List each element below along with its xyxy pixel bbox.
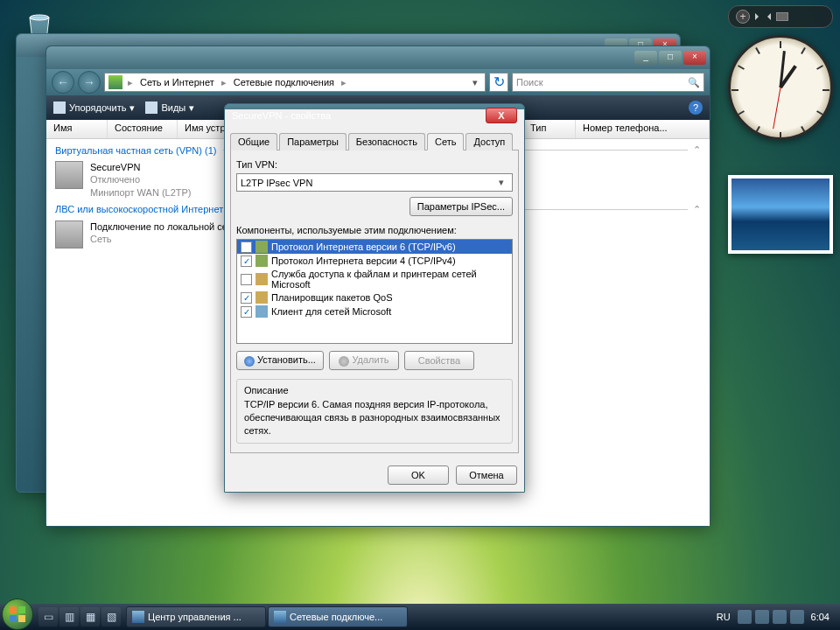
svg-point-0 [30, 15, 49, 20]
list-item-ipv6[interactable]: Протокол Интернета версии 6 (TCP/IPv6) [237, 240, 512, 254]
taskbar: ▭ ▥ ▦ ▧ Центр управления ... Сетевые под… [0, 604, 840, 630]
quick-launch-switch-windows[interactable]: ▥ [60, 607, 79, 626]
column-header[interactable]: Состояние [108, 120, 178, 138]
column-header[interactable]: Имя [46, 120, 108, 138]
views-menu[interactable]: Виды ▾ [145, 102, 194, 114]
quick-launch-item[interactable]: ▧ [102, 607, 121, 626]
list-item-qos[interactable]: ✓ Планировщик пакетов QoS [237, 290, 512, 304]
description-box: Описание TCP/IP версии 6. Самая поздняя … [236, 379, 513, 444]
breadcrumb[interactable]: ▸ Сеть и Интернет ▸ Сетевые подключения … [104, 73, 486, 92]
svg-rect-2 [18, 606, 25, 613]
help-button[interactable]: ? [689, 101, 703, 115]
start-button[interactable] [2, 598, 33, 630]
dialog-close-button[interactable]: X [486, 108, 517, 123]
service-icon [256, 291, 268, 304]
lan-connection-icon [55, 220, 83, 248]
description-title: Описание [244, 385, 505, 396]
refresh-button[interactable]: ↻ [489, 73, 508, 92]
sidebar-control[interactable]: + [728, 5, 833, 28]
cancel-button[interactable]: Отмена [456, 466, 517, 485]
protocol-icon [256, 241, 268, 253]
tab-security[interactable]: Безопасность [348, 133, 425, 150]
chevron-right-icon[interactable] [766, 13, 771, 20]
volume-tray-icon[interactable] [790, 610, 804, 624]
dialog-title: SecureVPN - свойства [232, 110, 486, 121]
quick-launch-show-desktop[interactable]: ▭ [38, 607, 58, 626]
tab-options[interactable]: Параметры [279, 133, 346, 150]
checkbox[interactable]: ✓ [241, 256, 252, 267]
taskbar-button-control-panel[interactable]: Центр управления ... [126, 606, 266, 627]
vpn-type-combo[interactable]: L2TP IPsec VPN ▾ [236, 173, 513, 192]
tab-strip: Общие Параметры Безопасность Сеть Доступ [230, 132, 519, 150]
description-text: TCP/IP версии 6. Самая поздняя версия IP… [244, 398, 505, 438]
wrench-icon[interactable] [776, 12, 788, 21]
uninstall-icon [339, 356, 349, 367]
language-indicator[interactable]: RU [713, 612, 734, 622]
chevron-up-icon[interactable]: ⌃ [693, 144, 701, 156]
list-item-msclient[interactable]: ✓ Клиент для сетей Microsoft [237, 304, 512, 318]
vpn-type-label: Тип VPN: [236, 159, 513, 170]
breadcrumb-item[interactable]: Сетевые подключения [230, 77, 338, 88]
ok-button[interactable]: OK [388, 466, 449, 485]
slideshow-gadget[interactable] [728, 175, 833, 254]
install-button[interactable]: Установить... [236, 351, 324, 370]
list-item-ipv4[interactable]: ✓ Протокол Интернета версии 4 (TCP/IPv4) [237, 254, 512, 268]
install-icon [244, 356, 255, 367]
plus-icon[interactable]: + [736, 10, 750, 24]
column-header[interactable]: Номер телефона... [576, 120, 710, 138]
maximize-button[interactable]: □ [659, 51, 682, 65]
chevron-up-icon[interactable]: ⌃ [693, 204, 701, 215]
control-panel-icon [132, 611, 144, 623]
breadcrumb-item[interactable]: Сеть и Интернет [136, 77, 218, 88]
taskbar-clock[interactable]: 6:04 [808, 612, 833, 622]
svg-rect-3 [10, 615, 17, 622]
network-tray-icon[interactable] [773, 610, 787, 624]
svg-rect-4 [18, 615, 25, 622]
checkbox[interactable] [241, 274, 252, 285]
list-item-file-sharing[interactable]: Служба доступа к файлам и принтерам сете… [237, 268, 512, 290]
network-icon [274, 611, 286, 623]
search-placeholder: Поиск [516, 77, 542, 88]
clock-second-hand [773, 88, 780, 129]
chevron-down-icon[interactable]: ▾ [469, 77, 481, 88]
tray-icon[interactable] [755, 610, 769, 624]
minimize-button[interactable]: _ [634, 51, 657, 65]
search-icon[interactable]: 🔍 [688, 77, 700, 88]
organize-menu[interactable]: Упорядочить ▾ [53, 102, 135, 114]
views-icon [145, 102, 158, 114]
checkbox[interactable]: ✓ [241, 306, 252, 318]
organize-icon [53, 102, 66, 114]
components-label: Компоненты, используемые этим подключени… [236, 225, 513, 235]
client-icon [256, 305, 268, 318]
tab-network[interactable]: Сеть [427, 133, 464, 150]
quick-launch-item[interactable]: ▦ [80, 607, 100, 626]
uninstall-button[interactable]: Удалить [329, 351, 399, 370]
tab-access[interactable]: Доступ [466, 133, 513, 150]
clock-gadget[interactable] [728, 35, 833, 140]
tab-general[interactable]: Общие [230, 133, 277, 150]
network-icon [108, 75, 122, 89]
checkbox[interactable] [241, 242, 252, 253]
forward-button[interactable]: → [78, 71, 101, 94]
checkbox[interactable]: ✓ [241, 292, 252, 304]
tray-icon[interactable] [738, 610, 752, 624]
taskbar-button-network-connections[interactable]: Сетевые подключе... [268, 606, 408, 627]
close-button[interactable]: × [683, 51, 706, 65]
svg-rect-1 [10, 606, 17, 613]
vpn-connection-icon [55, 161, 83, 189]
components-list[interactable]: Протокол Интернета версии 6 (TCP/IPv6) ✓… [236, 239, 513, 344]
chevron-left-icon[interactable] [755, 13, 760, 20]
column-header[interactable]: Тип [523, 120, 576, 138]
properties-button[interactable]: Свойства [404, 351, 474, 370]
explorer-titlebar[interactable]: _ □ × [46, 46, 710, 69]
dialog-titlebar[interactable]: SecureVPN - свойства X [225, 104, 524, 127]
ipsec-settings-button[interactable]: Параметры IPSec... [410, 197, 513, 216]
protocol-icon [256, 255, 268, 267]
search-input[interactable]: Поиск 🔍 [512, 73, 704, 92]
chevron-down-icon: ▾ [494, 177, 508, 188]
properties-dialog: SecureVPN - свойства X Общие Параметры Б… [224, 103, 525, 493]
back-button[interactable]: ← [52, 71, 74, 94]
windows-logo-icon [9, 606, 26, 623]
service-icon [256, 273, 268, 285]
